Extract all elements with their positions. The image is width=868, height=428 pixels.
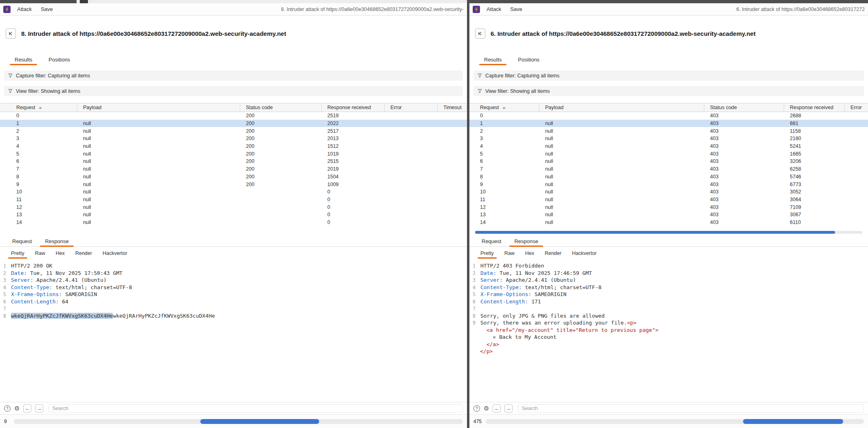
cell: 2019 [322,166,385,172]
view-tab-hackvertor[interactable]: Hackvertor [567,248,602,259]
view-tab-hex[interactable]: Hex [50,248,70,259]
cell: 200 [240,182,322,187]
response-editor[interactable]: 1HTTP/2 403 Forbidden2Date: Tue, 11 Nov … [469,261,868,402]
titlebar[interactable]: Attack Save 6. Intruder attack of https:… [469,3,868,15]
result-row-1[interactable]: 1null2002022 [0,120,467,127]
search-next-button[interactable]: → [35,404,43,413]
help-icon[interactable]: ? [473,405,480,412]
result-row-7[interactable]: 7null4036258 [469,165,868,173]
cell: 12 [469,204,539,210]
message-editor-tabs: Request Response [0,236,467,247]
column-header-response-received[interactable]: Response received [784,103,845,112]
code-line: 7 [3,305,467,313]
result-row-3[interactable]: 3null4032180 [469,135,868,143]
column-header-response-received[interactable]: Response received [322,103,385,112]
search-previous-button[interactable]: ← [23,404,31,413]
horizontal-scrollbar[interactable] [14,419,463,424]
view-filter-bar[interactable]: View filter: Showing all items [473,86,864,96]
settings-gear-icon[interactable]: ⚙ [14,405,20,411]
view-tab-render[interactable]: Render [539,248,567,259]
result-row-13[interactable]: 13null0 [0,211,467,219]
response-editor[interactable]: 1HTTP/2 200 OK2Date: Tue, 11 Nov 2025 17… [0,261,467,402]
result-row-6[interactable]: 6null4033206 [469,158,868,165]
view-tab-hex[interactable]: Hex [520,248,539,259]
column-header-error[interactable]: Error [845,103,868,112]
help-icon[interactable]: ? [4,405,11,412]
cell: 403 [704,136,784,141]
result-row-9[interactable]: 9null4036773 [469,180,868,188]
code-segment: text/html; charset=UTF-8 [53,284,132,290]
search-input[interactable] [48,404,463,413]
save-menu[interactable]: Save [41,6,53,12]
attack-menu[interactable]: Attack [17,6,32,12]
tab-request[interactable]: Request [6,236,38,246]
result-row-6[interactable]: 6null2002515 [0,158,467,165]
column-header-request[interactable]: Request [469,103,539,112]
view-tab-pretty[interactable]: Pretty [475,248,499,259]
result-row-2[interactable]: 2null2002517 [0,127,467,135]
result-row-4[interactable]: 4null4035241 [469,143,868,150]
result-row-4[interactable]: 4null2001512 [0,143,467,150]
tab-response[interactable]: Response [38,236,75,246]
result-row-13[interactable]: 13null4033067 [469,211,868,219]
result-row-0[interactable]: 02002519 [0,112,467,120]
tab-positions[interactable]: Positions [42,54,77,65]
view-tab-hackvertor[interactable]: Hackvertor [97,248,132,259]
table-horizontal-scrollbar[interactable] [475,231,862,234]
column-header-payload[interactable]: Payload [77,103,240,112]
capture-filter-bar[interactable]: Capture filter: Capturing all items [4,70,463,81]
result-row-12[interactable]: 12null0 [0,203,467,211]
result-row-3[interactable]: 3null2002013 [0,135,467,143]
result-row-11[interactable]: 11null0 [0,196,467,204]
result-row-7[interactable]: 7null2002019 [0,165,467,173]
save-menu[interactable]: Save [510,6,522,12]
column-header-status-code[interactable]: Status code [240,103,322,112]
result-row-5[interactable]: 5null4031665 [469,150,868,158]
search-next-button[interactable]: → [504,404,513,413]
column-header-request[interactable]: Request [0,103,77,112]
cell: 403 [704,113,784,119]
scrollbar-thumb[interactable] [475,231,835,234]
scrollbar-thumb[interactable] [743,419,843,424]
result-row-1[interactable]: 1null403661 [469,120,868,127]
capture-filter-bar[interactable]: Capture filter: Capturing all items [473,70,864,81]
result-row-10[interactable]: 10null0 [0,188,467,196]
horizontal-scrollbar[interactable] [486,419,864,424]
settings-gear-icon[interactable]: ⚙ [484,405,489,411]
view-tab-pretty[interactable]: Pretty [6,248,30,259]
result-row-14[interactable]: 14null0 [0,219,467,224]
result-row-12[interactable]: 12null4037109 [469,203,868,211]
attack-menu[interactable]: Attack [487,6,501,12]
tab-request[interactable]: Request [475,236,508,246]
column-header-status-code[interactable]: Status code [704,103,784,112]
search-input[interactable] [518,404,864,413]
result-row-0[interactable]: 04032688 [469,112,868,120]
result-row-2[interactable]: 2null4031158 [469,127,868,135]
column-header-payload[interactable]: Payload [539,103,704,112]
search-previous-button[interactable]: ← [493,404,501,413]
view-tab-render[interactable]: Render [70,248,97,259]
cell: 1512 [322,143,385,149]
tab-results[interactable]: Results [8,54,39,65]
result-row-8[interactable]: 8null4035746 [469,173,868,181]
dock-back-button[interactable] [475,29,485,39]
tab-results[interactable]: Results [478,54,508,65]
view-filter-bar[interactable]: View filter: Showing all items [4,86,463,96]
result-row-10[interactable]: 10null4033052 [469,188,868,196]
result-row-8[interactable]: 8null2001504 [0,173,467,181]
tab-response[interactable]: Response [508,236,545,246]
cell: 0 [322,212,385,217]
result-row-14[interactable]: 14null4036110 [469,219,868,226]
view-tab-raw[interactable]: Raw [499,248,520,259]
result-row-5[interactable]: 5null2001019 [0,150,467,158]
view-tab-raw[interactable]: Raw [30,248,50,259]
dock-back-button[interactable] [6,29,16,39]
tab-positions[interactable]: Positions [511,54,546,65]
column-header-error[interactable]: Error [385,103,438,112]
titlebar[interactable]: Attack Save 8. Intruder attack of https:… [0,3,467,15]
column-header-timeout[interactable]: Timeout [438,103,467,112]
result-row-9[interactable]: 9null2001009 [0,180,467,188]
result-row-11[interactable]: 11null4033064 [469,196,868,204]
scrollbar-thumb[interactable] [200,419,319,424]
background-window-icon [80,0,88,3]
